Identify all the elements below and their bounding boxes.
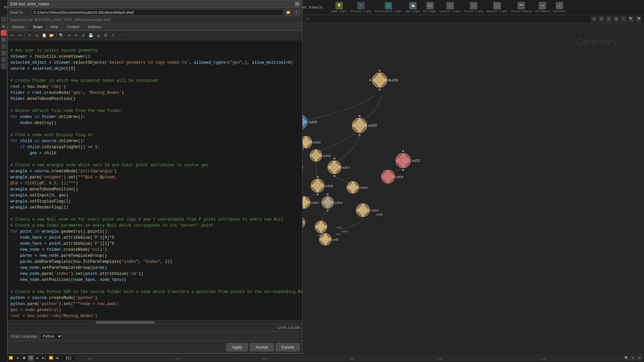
close-button[interactable]: ✕ — [295, 2, 300, 6]
graph-tool-zoom-in[interactable]: 🔍 — [628, 16, 634, 22]
prev-key-button[interactable]: ⏪ — [8, 355, 13, 361]
redo-button[interactable]: ↪ — [16, 32, 23, 39]
copy-button[interactable]: ⎘ — [34, 32, 40, 39]
cancel-button[interactable]: Cancel — [276, 343, 300, 351]
sidebar-btn-7[interactable]: ⚙ — [1, 57, 7, 63]
paste-button[interactable]: 📋 — [41, 32, 48, 39]
outdent-button[interactable]: ⇤ — [73, 32, 79, 39]
graph-canvas[interactable]: Geometry — [303, 23, 644, 354]
sidebar-btn-5[interactable]: ✦ — [1, 43, 7, 49]
tab-context[interactable]: Context — [63, 23, 84, 31]
script-language-select[interactable]: Python HScript — [40, 333, 62, 340]
indent-button[interactable]: ⇥ — [65, 32, 72, 39]
code-editor[interactable]: # Ask user to select source geometry sVi… — [8, 40, 302, 320]
svg-text:null28: null28 — [325, 184, 333, 188]
next-key-button[interactable]: ⏩ — [48, 355, 54, 361]
save-button[interactable]: 💾 — [88, 32, 94, 39]
node-null28[interactable]: null28 — [311, 176, 333, 195]
node-null40[interactable]: null40 — [303, 112, 317, 132]
graph-path-label: on — [305, 17, 309, 21]
tab-options[interactable]: Options — [8, 23, 29, 31]
svg-text:null6: null6 — [332, 238, 338, 241]
cut-button[interactable]: ✂ — [26, 32, 33, 39]
node-null29[interactable]: null29 — [356, 203, 378, 217]
step-forward-button[interactable]: ▶| — [42, 355, 47, 361]
pause-button[interactable]: ⏸ — [28, 355, 34, 361]
sky-light-icon[interactable]: ⛅ Sky Light — [404, 1, 421, 13]
node-null6[interactable]: null6 — [319, 233, 338, 245]
step-back-button[interactable]: ◀ — [15, 355, 20, 361]
skip-end-button[interactable]: ⏭ — [55, 355, 60, 361]
save-to-input[interactable] — [32, 9, 283, 16]
node-null27[interactable]: null27 — [341, 230, 348, 233]
graph-tool-grid[interactable]: ⊞ — [591, 16, 597, 22]
node-null38[interactable]: null38 — [369, 70, 398, 90]
environment-light-icon[interactable]: 🌐 Environment Light — [373, 1, 404, 13]
tab-hotkeys[interactable]: Hotkeys — [84, 23, 106, 31]
find-button[interactable]: 🔍 — [58, 32, 65, 39]
node-null18[interactable]: l18 — [303, 162, 303, 173]
h-scroll-thumb[interactable] — [96, 321, 155, 324]
node-null17[interactable]: null17 — [328, 158, 350, 177]
settings-button[interactable]: ⚙ — [102, 32, 109, 39]
tab-help[interactable]: Help — [47, 23, 63, 31]
undo-button[interactable]: ↩ — [9, 32, 16, 39]
sidebar-btn-3[interactable]: ! — [1, 30, 7, 36]
sidebar-btn-1[interactable]: ← — [1, 16, 7, 22]
node-null16[interactable]: null16 — [322, 193, 342, 212]
svg-point-27 — [359, 134, 361, 136]
node-null42[interactable]: ll42 — [303, 217, 305, 229]
timeline-bar[interactable]: 600 720 840 960 1080 1340 — [76, 355, 622, 361]
play-button[interactable]: ▶ — [35, 355, 40, 361]
gi-light-icon[interactable]: GI GI Light — [422, 1, 437, 13]
lamp-light-icon[interactable]: 💡 Lamp Light — [330, 1, 348, 13]
node-null32[interactable]: null32 — [352, 115, 377, 136]
timeline-zoom-in[interactable]: 🔍 — [623, 355, 629, 361]
stop-button[interactable]: ⏹ — [21, 355, 27, 361]
svg-point-116 — [315, 221, 327, 233]
help-button-toolbar[interactable]: ? — [110, 32, 116, 39]
open-file-button[interactable]: 📂 — [48, 32, 55, 39]
node-null39[interactable]: null39 — [303, 136, 321, 148]
portal-light-icon[interactable]: ◻ Portal Light — [463, 1, 485, 13]
graph-tool-plus[interactable]: + — [621, 16, 627, 22]
graph-tool-zoom-out[interactable]: 🔎 — [635, 16, 641, 22]
node-null4[interactable]: null4 — [376, 213, 383, 216]
graph-tool-table[interactable]: ▤ — [613, 16, 619, 22]
ambient-light-icon[interactable]: ○ Ambient Light — [485, 1, 509, 13]
accept-button[interactable]: Accept — [250, 343, 274, 351]
switcher-icon[interactable]: ⇄ Switcher — [552, 1, 567, 13]
stereo-camera-icon[interactable]: 📷 Stereo Camera — [509, 1, 533, 13]
node-null36[interactable]: null36 — [381, 170, 404, 183]
extra-button[interactable]: ⋯ — [117, 32, 124, 39]
caustic-light-icon[interactable]: ✦ Caustic Light — [438, 1, 462, 13]
print-button[interactable]: 🖨 — [95, 32, 102, 39]
node-graph: on ⊞ ☰ ⊡ ▤ + 🔍 🔎 Geometry — [303, 15, 644, 354]
graph-tool-thumb[interactable]: ⊡ — [606, 16, 612, 22]
graph-tool-list[interactable]: ☰ — [598, 16, 604, 22]
node-null37[interactable]: sl37 — [303, 147, 304, 151]
sidebar-btn-6[interactable]: ⬡ — [1, 50, 7, 56]
node-null2[interactable]: null2 — [336, 226, 342, 229]
save-browse-button[interactable]: 📁 — [285, 9, 291, 16]
horizontal-scrollbar[interactable] — [8, 320, 302, 324]
node-null34[interactable]: null34 — [303, 196, 319, 208]
node-null30[interactable]: null30 — [347, 181, 368, 193]
node-null19[interactable]: null19 — [310, 149, 331, 162]
timeline-zoom-out[interactable]: ⊖ — [630, 355, 636, 361]
svg-point-101 — [327, 209, 329, 212]
apply-button[interactable]: Apply — [226, 343, 248, 351]
sidebar-btn-2[interactable]: ■ — [1, 23, 7, 29]
comment-button[interactable]: # — [80, 32, 87, 39]
sidebar-btn-4[interactable]: ▤ — [1, 37, 7, 43]
distant-light-icon[interactable]: ☀ Distant Light — [349, 1, 373, 13]
svg-text:null: null — [336, 233, 340, 236]
sidebar-btn-8[interactable]: ? — [1, 63, 7, 69]
node-null31[interactable]: null31 — [396, 150, 421, 171]
svg-point-25 — [357, 123, 362, 128]
tab-script[interactable]: Script — [29, 23, 47, 31]
save-help-button[interactable]: ? — [293, 9, 300, 16]
timeline-fit[interactable]: ⊡ — [637, 355, 643, 361]
frame-input[interactable] — [62, 355, 75, 361]
vr-camera-icon[interactable]: 👓 VR Camera — [534, 1, 551, 13]
